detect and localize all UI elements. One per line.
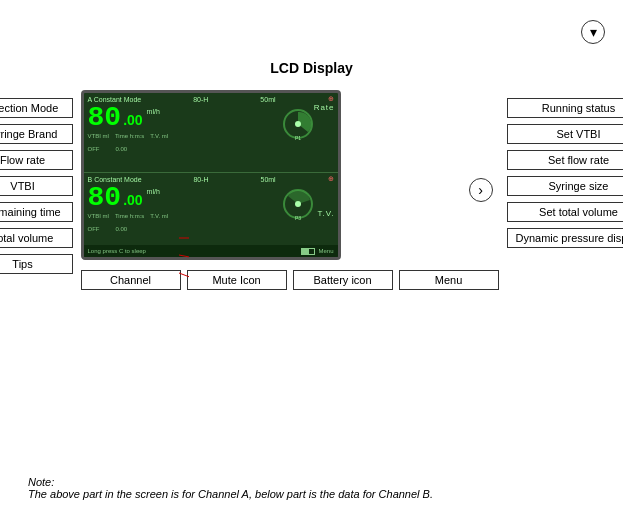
label-syringe-brand: Syringe Brand xyxy=(0,124,73,144)
channel-b-type: 80-H xyxy=(193,176,208,183)
lcd-screen: A Constant Mode 80-H 50ml ⊕ 80 .00 ml/h xyxy=(81,90,341,260)
label-set-total-volume: Set total volume xyxy=(507,202,623,222)
label-running-status: Running status xyxy=(507,98,623,118)
svg-text:P3: P3 xyxy=(294,215,300,221)
label-tips: Tips xyxy=(0,254,73,274)
channel-b-unit: ml/h xyxy=(147,188,160,195)
right-labels-group: Running status Set VTBI Set flow rate Sy… xyxy=(507,98,623,248)
left-labels-group: Injection Mode Syringe Brand Flow rate V… xyxy=(0,98,73,274)
channel-b-value: 0.00 xyxy=(116,226,128,232)
battery-icon-lcd xyxy=(301,248,315,255)
bottom-labels-group: Channel Mute Icon Battery icon Menu xyxy=(81,270,499,290)
channel-b-tv-side-label: T.V. xyxy=(317,209,334,218)
note-section: Note: The above part in the screen is fo… xyxy=(28,476,433,500)
label-dynamic-pressure: Dynamic pressure display xyxy=(507,228,623,248)
menu-label-lcd: Menu xyxy=(319,248,334,254)
page-title: LCD Display xyxy=(0,60,623,76)
channel-a: A Constant Mode 80-H 50ml ⊕ 80 .00 ml/h xyxy=(84,93,338,173)
label-flow-rate: Flow rate xyxy=(0,150,73,170)
label-mute-icon: Mute Icon xyxy=(187,270,287,290)
channel-a-off: OFF xyxy=(88,146,100,152)
note-text: The above part in the screen is for Chan… xyxy=(28,488,433,500)
svg-point-18 xyxy=(295,121,301,127)
channel-b-big-number: 80 xyxy=(88,184,122,212)
svg-point-21 xyxy=(295,201,301,207)
nav-right-arrow[interactable]: › xyxy=(469,178,493,202)
channel-a-unit: ml/h xyxy=(147,108,160,115)
label-vtbi: VTBI xyxy=(0,176,73,196)
channel-a-icon: ⊕ xyxy=(328,95,334,103)
label-syringe-size: Syringe size xyxy=(507,176,623,196)
label-menu: Menu xyxy=(399,270,499,290)
label-injection-mode: Injection Mode xyxy=(0,98,73,118)
label-set-vtbi: Set VTBI xyxy=(507,124,623,144)
channel-a-gauge: P1 xyxy=(280,106,316,142)
channel-b-icon: ⊕ xyxy=(328,175,334,183)
channel-b: B Constant Mode 80-H 50ml ⊕ 80 .00 ml/h xyxy=(84,173,338,253)
channel-b-volume: 50ml xyxy=(261,176,276,183)
channel-a-big-number: 80 xyxy=(88,104,122,132)
channel-a-volume: 50ml xyxy=(260,96,275,103)
channel-b-decimal: .00 xyxy=(123,192,142,208)
channel-a-decimal: .00 xyxy=(123,112,142,128)
sleep-text: Long press C to sleep xyxy=(88,248,146,254)
note-title: Note: xyxy=(28,476,433,488)
top-nav-arrow[interactable]: ▾ xyxy=(581,20,605,44)
label-remaining-time: Remaining time xyxy=(0,202,73,222)
channel-a-rate-label: Rate xyxy=(314,103,335,112)
label-battery-icon: Battery icon xyxy=(293,270,393,290)
label-set-flow-rate: Set flow rate xyxy=(507,150,623,170)
lcd-bottom-bar: Long press C to sleep Menu xyxy=(84,245,338,257)
svg-text:P1: P1 xyxy=(294,135,300,141)
channel-b-gauge: P3 xyxy=(280,186,316,222)
channel-a-type: 80-H xyxy=(193,96,208,103)
channel-a-value: 0.00 xyxy=(116,146,128,152)
label-channel: Channel xyxy=(81,270,181,290)
label-total-volume: Total volume xyxy=(0,228,73,248)
channel-b-off: OFF xyxy=(88,226,100,232)
